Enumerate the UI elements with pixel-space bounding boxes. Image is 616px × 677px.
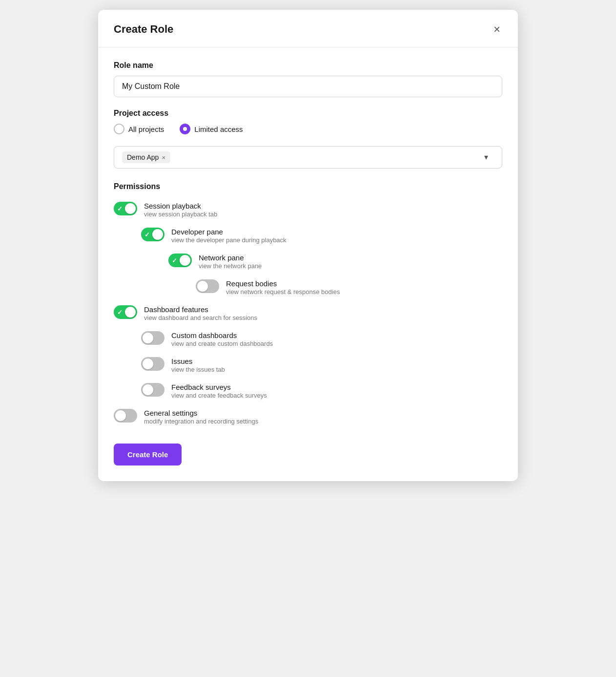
permission-desc-general-settings: modify integration and recording setting… xyxy=(144,418,258,425)
permission-feedback-surveys: Feedback surveys view and create feedbac… xyxy=(114,378,502,404)
toggle-check-icon: ✓ xyxy=(117,309,123,316)
toggle-developer-pane[interactable]: ✓ xyxy=(141,228,164,241)
permission-desc-feedback-surveys: view and create feedback surveys xyxy=(171,392,267,399)
permission-name-dashboard-features: Dashboard features xyxy=(144,305,257,314)
permission-session-playback: ✓ Session playback view session playback… xyxy=(114,197,502,223)
permission-request-bodies: Request bodies view network request & re… xyxy=(114,275,502,300)
permission-developer-pane: ✓ Developer pane view the developer pane… xyxy=(114,223,502,249)
project-tag-demo-app: Demo App × xyxy=(122,151,170,163)
tag-close-icon[interactable]: × xyxy=(162,154,165,161)
permission-name-session-playback: Session playback xyxy=(144,202,217,210)
radio-group: All projects Limited access xyxy=(114,124,502,134)
create-role-button[interactable]: Create Role xyxy=(114,444,182,465)
modal-body: Role name Project access All projects Li… xyxy=(98,47,518,481)
permission-issues: Issues view the issues tab xyxy=(114,352,502,378)
permission-dashboard-features: ✓ Dashboard features view dashboard and … xyxy=(114,300,502,326)
radio-all-projects-circle xyxy=(114,124,124,134)
permission-desc-issues: view the issues tab xyxy=(171,366,225,373)
permission-desc-session-playback: view session playback tab xyxy=(144,211,217,218)
radio-limited-access-circle xyxy=(180,124,190,134)
project-tag-label: Demo App xyxy=(127,153,159,161)
permission-name-feedback-surveys: Feedback surveys xyxy=(171,383,267,391)
toggle-check-icon: ✓ xyxy=(117,205,123,212)
permission-name-general-settings: General settings xyxy=(144,409,258,417)
modal-header: Create Role × xyxy=(98,10,518,47)
toggle-dashboard-features[interactable]: ✓ xyxy=(114,305,137,319)
toggle-check-icon: ✓ xyxy=(144,231,150,238)
permission-name-developer-pane: Developer pane xyxy=(171,228,287,236)
toggle-general-settings[interactable] xyxy=(114,409,137,423)
chevron-down-icon: ▾ xyxy=(484,152,494,162)
modal-title: Create Role xyxy=(114,23,173,36)
project-select-tags: Demo App × xyxy=(122,151,170,163)
close-button[interactable]: × xyxy=(492,21,502,37)
role-name-label: Role name xyxy=(114,61,502,70)
project-access-section: Project access All projects Limited acce… xyxy=(114,109,502,134)
radio-limited-access[interactable]: Limited access xyxy=(180,124,243,134)
role-name-input[interactable] xyxy=(114,76,502,97)
toggle-issues[interactable] xyxy=(141,357,164,371)
permission-desc-network-pane: view the network pane xyxy=(199,262,262,270)
create-role-modal: Create Role × Role name Project access A… xyxy=(98,10,518,481)
toggle-check-icon: ✓ xyxy=(172,257,177,264)
permission-general-settings: General settings modify integration and … xyxy=(114,404,502,430)
permission-desc-custom-dashboards: view and create custom dashboards xyxy=(171,340,273,347)
toggle-feedback-surveys[interactable] xyxy=(141,383,164,397)
permission-name-request-bodies: Request bodies xyxy=(226,279,340,288)
permissions-label: Permissions xyxy=(114,182,502,191)
role-name-section: Role name xyxy=(114,61,502,109)
permission-network-pane: ✓ Network pane view the network pane xyxy=(114,249,502,275)
project-select-dropdown[interactable]: Demo App × ▾ xyxy=(114,146,502,169)
toggle-custom-dashboards[interactable] xyxy=(141,331,164,345)
permissions-section: Permissions ✓ Session playback view sess… xyxy=(114,182,502,430)
permission-desc-request-bodies: view network request & response bodies xyxy=(226,288,340,296)
permission-desc-dashboard-features: view dashboard and search for sessions xyxy=(144,314,257,321)
toggle-request-bodies[interactable] xyxy=(196,279,219,293)
permission-name-custom-dashboards: Custom dashboards xyxy=(171,331,273,339)
radio-all-projects-label: All projects xyxy=(128,125,164,133)
permission-name-issues: Issues xyxy=(171,357,225,365)
radio-all-projects[interactable]: All projects xyxy=(114,124,164,134)
project-access-label: Project access xyxy=(114,109,502,118)
toggle-session-playback[interactable]: ✓ xyxy=(114,202,137,215)
permission-desc-developer-pane: view the developer pane during playback xyxy=(171,236,287,244)
permission-custom-dashboards: Custom dashboards view and create custom… xyxy=(114,326,502,352)
radio-limited-access-label: Limited access xyxy=(194,125,243,133)
toggle-network-pane[interactable]: ✓ xyxy=(168,254,192,267)
permission-name-network-pane: Network pane xyxy=(199,254,262,262)
